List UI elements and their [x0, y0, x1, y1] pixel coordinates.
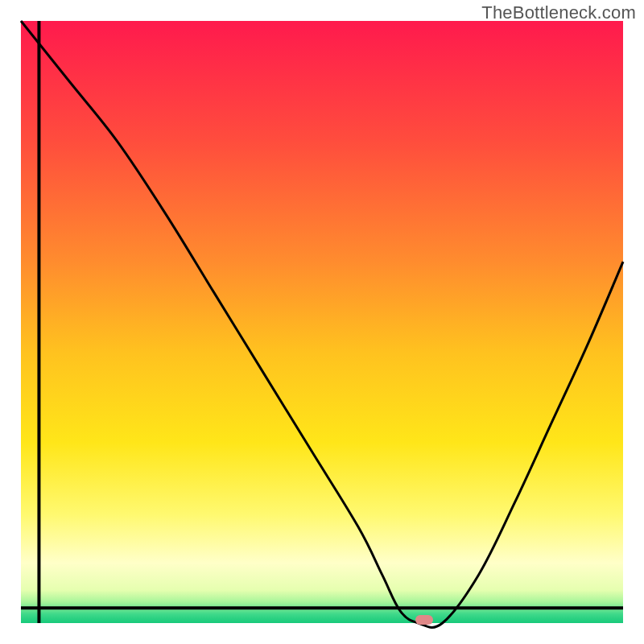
optimal-point-marker: [415, 615, 433, 625]
bottleneck-chart: [0, 0, 644, 644]
chart-container: TheBottleneck.com: [0, 0, 644, 644]
gradient-background: [21, 21, 623, 623]
watermark-text: TheBottleneck.com: [481, 2, 636, 23]
